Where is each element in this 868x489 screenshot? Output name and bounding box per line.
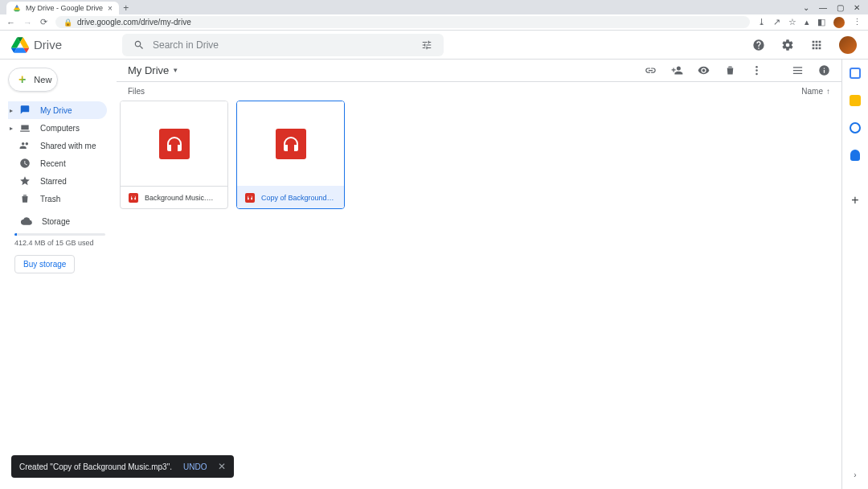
profile-avatar-small[interactable]	[833, 17, 845, 28]
sidebar-item-label: Starred	[40, 177, 67, 186]
recent-icon	[19, 158, 31, 169]
details-info-icon[interactable]	[818, 64, 830, 76]
breadcrumb[interactable]: My Drive ▼	[128, 64, 178, 76]
nav-reload-icon[interactable]: ⟳	[40, 17, 47, 27]
drive-header: Drive	[0, 31, 868, 60]
extension-icon[interactable]: ▴	[805, 17, 809, 27]
url-box[interactable]: 🔒 drive.google.com/drive/my-drive	[55, 16, 750, 28]
plus-icon: +	[18, 72, 26, 87]
list-view-icon[interactable]	[792, 64, 804, 76]
new-button-label: New	[34, 75, 51, 84]
my-drive-icon	[19, 105, 31, 116]
keep-app-icon[interactable]	[850, 95, 861, 106]
svg-point-1	[755, 69, 758, 72]
apps-grid-icon[interactable]	[809, 37, 825, 53]
share-person-icon[interactable]	[671, 64, 683, 76]
main-layout: + New ▸ My Drive ▸ Computers Shared with…	[0, 60, 868, 489]
breadcrumb-label: My Drive	[128, 64, 169, 76]
toast-message: Created "Copy of Background Music.mp3".	[19, 462, 172, 471]
audio-type-icon	[129, 193, 138, 203]
extensions-puzzle-icon[interactable]: ◧	[817, 17, 825, 27]
computers-icon	[19, 122, 31, 134]
file-label-row: Background Music.mp3	[121, 186, 227, 208]
caret-right-icon[interactable]: ▸	[10, 107, 13, 114]
selection-toolbar	[645, 64, 830, 76]
account-avatar[interactable]	[839, 36, 857, 54]
toast-close-icon[interactable]: ✕	[218, 461, 226, 472]
file-card-selected[interactable]: Copy of Background Music....	[236, 101, 345, 209]
sidebar-item-label: Recent	[40, 159, 66, 168]
sidebar-item-computers[interactable]: ▸ Computers	[8, 119, 107, 137]
sidebar-item-label: My Drive	[40, 106, 72, 115]
new-button[interactable]: + New	[8, 68, 58, 92]
window-controls: ⌄ — ▢ ✕	[803, 0, 868, 14]
cloud-icon	[21, 216, 32, 227]
browser-tabs-strip: My Drive - Google Drive × + ⌄ — ▢ ✕	[0, 0, 868, 14]
browser-tab[interactable]: My Drive - Google Drive ×	[6, 2, 119, 14]
new-tab-button[interactable]: +	[119, 2, 133, 14]
share-icon[interactable]: ↗	[773, 17, 780, 27]
nav-back-icon[interactable]: ←	[6, 18, 15, 27]
help-icon[interactable]	[751, 37, 767, 53]
audio-file-icon	[276, 129, 306, 159]
search-options-icon[interactable]	[421, 39, 432, 51]
minimize-icon[interactable]: —	[819, 3, 827, 12]
calendar-app-icon[interactable]	[850, 68, 861, 79]
get-addons-icon[interactable]: +	[851, 193, 858, 208]
file-label-row: Copy of Background Music....	[237, 186, 344, 208]
sidebar-item-shared[interactable]: Shared with me	[8, 137, 107, 154]
chevron-down-icon[interactable]: ⌄	[803, 3, 809, 12]
browser-address-bar: ← → ⟳ 🔒 drive.google.com/drive/my-drive …	[0, 14, 868, 31]
shared-icon	[19, 140, 31, 151]
url-text: drive.google.com/drive/my-drive	[77, 18, 191, 27]
sidebar: + New ▸ My Drive ▸ Computers Shared with…	[0, 60, 117, 489]
sort-column-label: Name	[801, 87, 823, 96]
preview-eye-icon[interactable]	[698, 64, 710, 76]
tab-title: My Drive - Google Drive	[26, 4, 103, 12]
delete-icon[interactable]	[724, 64, 736, 76]
product-name: Drive	[34, 38, 62, 51]
sidebar-item-label: Shared with me	[40, 142, 96, 150]
file-card[interactable]: Background Music.mp3	[120, 101, 228, 209]
file-name: Background Music.mp3	[145, 194, 219, 202]
content-header: My Drive ▼	[117, 60, 841, 82]
file-thumbnail	[121, 101, 227, 186]
install-app-icon[interactable]: ⤓	[758, 17, 765, 27]
content-area: My Drive ▼ Files Name ↑	[117, 60, 842, 489]
toast-notification: Created "Copy of Background Music.mp3". …	[11, 455, 234, 478]
svg-point-2	[755, 73, 758, 76]
buy-storage-button[interactable]: Buy storage	[14, 255, 75, 273]
close-window-icon[interactable]: ✕	[854, 3, 860, 12]
sidebar-item-my-drive[interactable]: ▸ My Drive	[8, 101, 107, 119]
hide-side-panel-icon[interactable]: ›	[854, 471, 856, 479]
toast-undo-button[interactable]: UNDO	[183, 462, 207, 471]
maximize-icon[interactable]: ▢	[837, 3, 844, 12]
get-link-icon[interactable]	[645, 64, 657, 76]
tasks-app-icon[interactable]	[850, 122, 861, 134]
search-input[interactable]	[153, 39, 413, 51]
svg-point-0	[755, 66, 758, 68]
sidebar-item-trash[interactable]: Trash	[8, 190, 107, 208]
sort-by-name[interactable]: Name ↑	[801, 87, 830, 96]
file-thumbnail	[237, 101, 344, 186]
bookmark-star-icon[interactable]: ☆	[788, 17, 796, 27]
sidebar-item-storage[interactable]: Storage	[11, 212, 107, 230]
contacts-app-icon[interactable]	[850, 150, 860, 161]
search-icon	[133, 39, 145, 51]
nav-forward-icon[interactable]: →	[23, 18, 32, 27]
side-panel-rail: + ›	[842, 60, 868, 489]
drive-logo[interactable]: Drive	[11, 36, 116, 54]
tab-close-icon[interactable]: ×	[108, 4, 113, 13]
search-box[interactable]	[122, 34, 444, 56]
audio-file-icon	[159, 129, 190, 159]
arrow-up-icon: ↑	[826, 87, 830, 96]
sidebar-item-recent[interactable]: Recent	[8, 154, 107, 172]
more-actions-icon[interactable]	[751, 64, 763, 76]
chevron-down-icon: ▼	[172, 67, 178, 74]
caret-right-icon[interactable]: ▸	[10, 125, 13, 132]
sidebar-item-starred[interactable]: Starred	[8, 172, 107, 190]
kebab-menu-icon[interactable]: ⋮	[853, 17, 862, 27]
storage-usage-text: 412.4 MB of 15 GB used	[11, 239, 112, 247]
storage-bar	[14, 233, 105, 236]
settings-gear-icon[interactable]	[780, 37, 796, 53]
